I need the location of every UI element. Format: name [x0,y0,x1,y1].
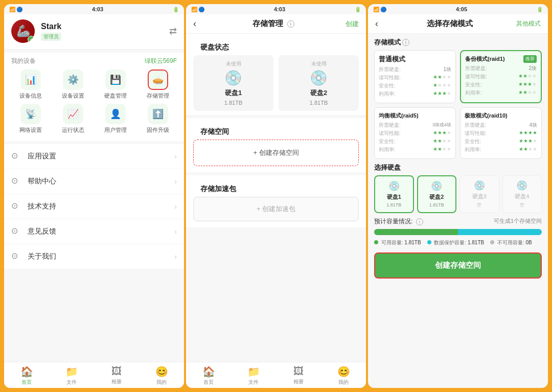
device-info-icon: 📊 [20,70,41,90]
other-mode-link[interactable]: 其他模式 [516,19,541,28]
help-center-label: 帮助中心 [28,177,174,186]
bottom-nav: 🏠 首页 📁 文件 🖼 相册 😊 我的 [4,362,184,388]
info-icon-2[interactable]: i [287,20,294,28]
sec-stars-balanced: ★★★★ [433,138,451,145]
battery-icon: 🔋 [173,7,179,12]
nav-mine-2[interactable]: 😊 我的 [321,365,366,386]
disk-manage-icon: 💾 [105,70,126,90]
sidebar-item-device-settings[interactable]: ⚙️ 设备设置 [54,70,92,100]
select-disk-1[interactable]: 💿 硬盘1 1.81TB [374,175,414,213]
device-name: 绿联云569F [145,57,177,65]
mode-card-normal[interactable]: 普通模式 所需硬盘: 1块 读写性能: ★★★★ 安全性: ★★★★ [374,50,456,103]
storage-manage-icon: 🥧 [148,70,168,90]
mode-row-disks-extreme: 所需硬盘: 4块 [465,122,537,129]
create-storage-space-button[interactable]: + 创建存储空间 [193,140,359,166]
sidebar-item-storage-manage[interactable]: 🥧 存储管理 [139,70,177,100]
available-val: 1.81TB [404,240,421,245]
back-button-3[interactable]: ‹ [375,18,378,29]
menu-item-tech-support[interactable]: ⊙ 技术支持 › [4,194,184,219]
nav-home-2[interactable]: 🏠 首页 [186,365,231,386]
device-grid: 📊 设备信息 ⚙️ 设备设置 💾 硬盘管理 🥧 存储管理 📡 网络设 [11,70,177,139]
firmware-label: 固件升级 [147,126,169,134]
mode-card-backup[interactable]: 备份模式(raid1) 推荐 所需硬盘: 2块 速写性能: ★★★★ 安全性: … [460,50,542,103]
mode-name-normal: 普通模式 [379,55,405,64]
panel2-title: 存储管理 i [201,19,346,29]
storage-space-area: 存储空间 + 创建存储空间 [186,118,366,172]
create-accel-button[interactable]: + 创建加速包 [193,197,359,221]
storage-mode-info-icon[interactable]: i [402,39,409,46]
mine-icon-2: 😊 [337,365,350,378]
select-disk-3[interactable]: 💿 硬盘3 空 [459,175,499,213]
disks-val-backup: 2块 [528,65,537,72]
menu-item-help-center[interactable]: ⊙ 帮助中心 › [4,169,184,194]
nav-albums-2[interactable]: 🖼 相册 [276,365,321,386]
menu-item-app-settings[interactable]: ⊙ 应用设置 › [4,144,184,169]
back-button-2[interactable]: ‹ [193,18,196,29]
nav-mine[interactable]: 😊 我的 [139,365,184,386]
nav-albums[interactable]: 🖼 相册 [94,365,139,386]
nav-home[interactable]: 🏠 首页 [4,365,49,386]
legend-protected: 数据保护容量: 1.81TB [427,239,485,246]
disks-val-normal: 1块 [443,66,451,73]
panel3-header: ‹ 选择存储模式 其他模式 [368,14,548,34]
disk-manage-label: 硬盘管理 [104,92,127,100]
util-stars-balanced: ★★★★ [433,146,451,153]
sidebar-item-device-info[interactable]: 📊 设备信息 [11,70,50,100]
home-icon-2: 🏠 [202,365,215,378]
sidebar-item-firmware[interactable]: ⬆️ 固件升级 [139,104,177,134]
signal-icons-2: 📶 🔵 [191,7,204,12]
perf-label-balanced: 读写性能: [379,130,401,137]
sec-stars-extreme: ★★★★ [519,138,537,145]
nav-files[interactable]: 📁 文件 [49,365,94,386]
sidebar-item-disk-manage[interactable]: 💾 硬盘管理 [96,70,134,100]
select-disk-2[interactable]: 💿 硬盘2 1.81TB [417,175,457,213]
perf-stars-balanced: ★★★★ [433,130,451,137]
battery-3: 🔋 [537,7,543,12]
clock-3: 4:05 [456,6,467,12]
perf-label-extreme: 读写性能: [465,130,487,137]
recommend-tag: 推荐 [523,55,537,63]
avatar[interactable]: 🦾 [11,19,35,43]
storage-mode-grid: 普通模式 所需硬盘: 1块 读写性能: ★★★★ 安全性: ★★★★ [368,50,548,163]
home-label-2: 首页 [203,379,214,386]
bt-icon-2: 🔵 [198,7,204,12]
files-icon-2: 📁 [247,365,260,378]
arrow-icon-4: › [174,227,177,236]
sel-disk2-name: 硬盘2 [429,193,444,201]
user-manage-label: 用户管理 [104,126,127,134]
mode-row-sec-normal: 安全性: ★★★★ [379,82,451,89]
disk-cards: 未使用 💿 硬盘1 1.81TB 未使用 💿 硬盘2 1.81TB [193,55,359,111]
mode-card-header-backup: 备份模式(raid1) 推荐 [465,55,537,63]
sidebar-item-run-status[interactable]: 📈 运行状态 [54,104,92,134]
device-section: 我的设备 绿联云569F 📊 设备信息 ⚙️ 设备设置 💾 硬盘管理 [4,53,184,141]
mode-card-extreme[interactable]: 极致模式(raid10) 所需硬盘: 4块 读写性能: ★★★★ 安全性: ★★… [460,107,542,159]
user-info: Stark 管理员 [41,22,61,41]
disk1-status: 未使用 [226,60,241,67]
nav-files-2[interactable]: 📁 文件 [231,365,276,386]
clock: 4:03 [92,6,103,12]
sidebar-item-network-settings[interactable]: 📡 网络设置 [11,104,50,134]
perf-label-normal: 读写性能: [379,74,401,81]
select-disk-4[interactable]: 💿 硬盘4 空 [502,175,542,213]
signal-icons-3: 📶 🔵 [373,7,386,12]
feedback-label: 意见反馈 [28,227,174,236]
help-center-icon: ⊙ [11,176,22,187]
create-storage-space-button-3[interactable]: 创建存储空间 [374,252,542,279]
perf-stars-backup: ★★★★ [518,73,537,80]
disk2-name: 硬盘2 [310,88,327,98]
menu-item-feedback[interactable]: ⊙ 意见反馈 › [4,219,184,244]
create-action-btn[interactable]: 创建 [346,19,359,29]
sidebar-item-user-manage[interactable]: 👤 用户管理 [96,104,134,134]
storage-space-label: 存储空间 [193,122,359,140]
cap-bar-protected [458,229,542,235]
capacity-label: 预计容量情况: i [374,217,423,226]
util-label-balanced: 利用率: [379,146,396,153]
capacity-info-icon[interactable]: i [416,218,423,225]
mode-card-balanced[interactable]: 均衡模式(raid5) 所需硬盘: 3块或4块 读写性能: ★★★★ 安全性: … [374,107,456,159]
protected-val: 1.81TB [468,240,484,245]
util-label-normal: 利用率: [379,90,396,98]
storage-mode-section-label: 存储模式 i [368,36,548,50]
panel2-title-text: 存储管理 [252,19,283,28]
sync-icon[interactable]: ⇄ [169,26,177,37]
menu-item-about-us[interactable]: ⊙ 关于我们 › [4,244,184,269]
